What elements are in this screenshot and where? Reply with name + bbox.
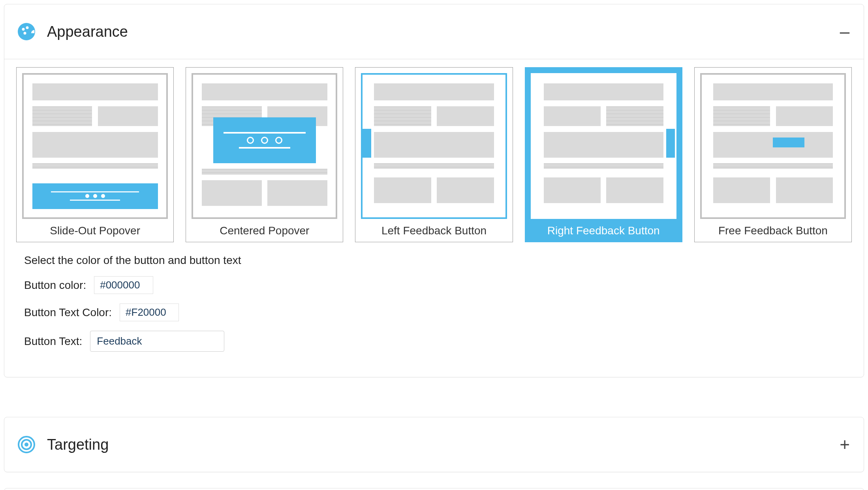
option-thumb xyxy=(700,73,846,219)
button-text-color-label: Button Text Color: xyxy=(24,306,112,319)
targeting-header[interactable]: Targeting + xyxy=(4,417,864,472)
option-label: Left Feedback Button xyxy=(381,224,487,237)
button-color-label: Button color: xyxy=(24,279,86,292)
button-color-input[interactable]: #000000 xyxy=(94,276,153,294)
button-text-color-input[interactable]: #F20000 xyxy=(120,303,179,321)
option-label: Right Feedback Button xyxy=(547,224,660,237)
targeting-expand-toggle[interactable]: + xyxy=(837,436,853,453)
left-tab-graphic xyxy=(363,129,371,157)
option-slide-out-popover[interactable]: Slide-Out Popover xyxy=(16,67,174,242)
behavior-header[interactable]: Behavior – xyxy=(4,488,864,490)
svg-point-6 xyxy=(24,443,28,447)
option-thumb xyxy=(22,73,168,219)
svg-point-3 xyxy=(24,32,26,35)
button-color-row: Button color: #000000 xyxy=(24,276,852,294)
appearance-description: Select the color of the button and butto… xyxy=(24,254,852,267)
appearance-title: Appearance xyxy=(47,23,837,40)
button-text-color-row: Button Text Color: #F20000 xyxy=(24,303,852,321)
option-label: Centered Popover xyxy=(220,224,309,237)
right-tab-graphic xyxy=(666,129,675,157)
svg-point-1 xyxy=(22,28,25,31)
option-left-feedback-button[interactable]: Left Feedback Button xyxy=(355,67,513,242)
targeting-title: Targeting xyxy=(47,436,837,453)
option-thumb xyxy=(361,73,507,219)
button-text-input[interactable] xyxy=(90,331,224,352)
option-right-feedback-button[interactable]: Right Feedback Button xyxy=(525,67,682,242)
option-thumb xyxy=(531,73,676,219)
option-label: Free Feedback Button xyxy=(718,224,828,237)
option-label: Slide-Out Popover xyxy=(50,224,140,237)
appearance-panel: Appearance – Slide-Out Popo xyxy=(4,4,864,377)
targeting-panel: Targeting + xyxy=(4,417,864,472)
target-icon xyxy=(15,433,38,456)
option-thumb xyxy=(192,73,337,219)
option-free-feedback-button[interactable]: Free Feedback Button xyxy=(694,67,852,242)
appearance-options-row: Slide-Out Popover Centere xyxy=(16,67,852,242)
appearance-body: Slide-Out Popover Centere xyxy=(4,59,864,377)
appearance-collapse-toggle[interactable]: – xyxy=(837,23,853,40)
button-text-label: Button Text: xyxy=(24,335,82,348)
centered-popover-graphic xyxy=(213,117,316,163)
palette-icon xyxy=(15,21,38,43)
appearance-header[interactable]: Appearance – xyxy=(4,4,864,59)
behavior-panel: Behavior – xyxy=(4,488,864,490)
slide-banner-graphic xyxy=(32,183,158,209)
button-text-row: Button Text: xyxy=(24,331,852,352)
free-button-graphic xyxy=(773,138,804,147)
option-centered-popover[interactable]: Centered Popover xyxy=(186,67,343,242)
